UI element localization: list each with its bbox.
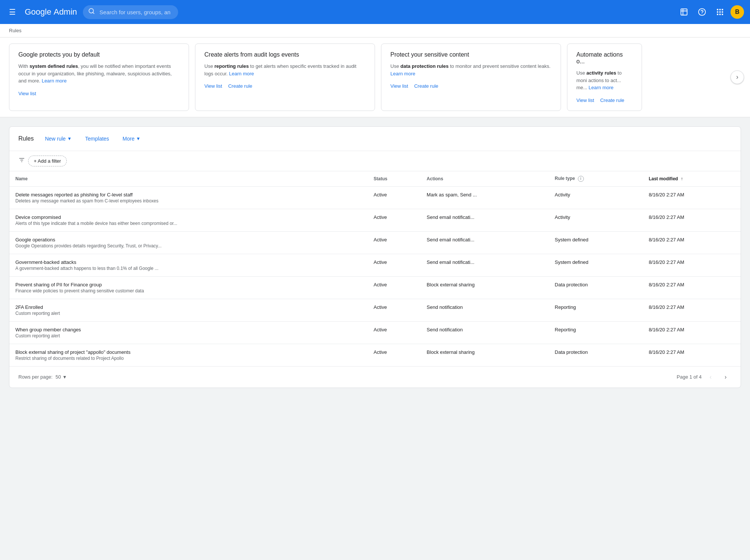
row-desc-1: Alerts of this type indicate that a mobi… <box>15 221 362 226</box>
rule-type-info-icon[interactable]: i <box>578 176 584 182</box>
info-card-body-system: With system defined rules, you will be n… <box>18 63 180 85</box>
row-desc-7: Restrict sharing of documents related to… <box>15 356 362 361</box>
apps-icon[interactable] <box>712 4 728 19</box>
create-rule-activity[interactable]: Create rule <box>600 97 624 103</box>
cell-name-2: Google operations Google Operations prov… <box>9 231 368 254</box>
table-footer: Rows per page: 50 ▼ Page 1 of 4 ‹ › <box>9 366 741 388</box>
table-row[interactable]: Block external sharing of project "appol… <box>9 344 741 366</box>
svg-rect-13 <box>722 14 723 15</box>
cell-modified-2: 8/16/20 2:27 AM <box>643 231 741 254</box>
svg-rect-11 <box>717 14 718 15</box>
rows-dropdown-icon: ▼ <box>63 374 67 380</box>
learn-more-activity[interactable]: Learn more <box>589 85 614 90</box>
cell-status-7: Active <box>368 344 421 366</box>
page-next-button[interactable]: › <box>720 371 732 383</box>
table-row[interactable]: 2FA Enrolled Custom reporting alert Acti… <box>9 299 741 321</box>
view-list-protection[interactable]: View list <box>390 83 408 89</box>
filter-row: + Add a filter <box>9 151 741 171</box>
search-input[interactable] <box>83 5 178 19</box>
row-desc-2: Google Operations provides details regar… <box>15 243 362 249</box>
row-name-0: Delete messages reported as phishing for… <box>15 192 362 198</box>
cell-ruletype-4: Data protection <box>549 276 643 299</box>
cell-status-3: Active <box>368 254 421 276</box>
menu-icon[interactable]: ☰ <box>6 4 19 19</box>
info-card-system: Google protects you by default With syst… <box>9 43 189 111</box>
rules-section-title: Rules <box>18 135 34 142</box>
learn-more-reporting[interactable]: Learn more <box>229 71 254 76</box>
row-name-7: Block external sharing of project "appol… <box>15 349 362 355</box>
info-card-reporting: Create alerts from audit logs events Use… <box>195 43 375 111</box>
row-desc-0: Deletes any message marked as spam from … <box>15 198 362 204</box>
cell-status-2: Active <box>368 231 421 254</box>
svg-rect-10 <box>722 11 723 13</box>
card-links-reporting: View list Create rule <box>204 83 366 89</box>
cell-modified-5: 8/16/20 2:27 AM <box>643 299 741 321</box>
cell-actions-5: Send notification <box>421 299 549 321</box>
row-name-2: Google operations <box>15 237 362 243</box>
rows-per-page-select[interactable]: 50 ▼ <box>56 374 67 380</box>
top-nav: ☰ Google Admin B <box>0 0 750 24</box>
nav-right: B <box>676 4 744 19</box>
view-list-system[interactable]: View list <box>18 91 36 96</box>
learn-more-protection[interactable]: Learn more <box>390 71 415 76</box>
create-rule-reporting[interactable]: Create rule <box>228 83 252 89</box>
create-rule-protection[interactable]: Create rule <box>414 83 438 89</box>
search-wrap <box>83 5 353 19</box>
table-row[interactable]: Delete messages reported as phishing for… <box>9 186 741 209</box>
view-list-reporting[interactable]: View list <box>204 83 222 89</box>
cell-status-6: Active <box>368 321 421 344</box>
table-row[interactable]: Government-backed attacks A government-b… <box>9 254 741 276</box>
info-card-protection: Protect your sensitive content Use data … <box>381 43 561 111</box>
info-card-body-reporting: Use reporting rules to get alerts when s… <box>204 63 366 77</box>
col-header-actions: Actions <box>421 171 549 187</box>
templates-button[interactable]: Templates <box>80 133 114 145</box>
col-header-last-modified[interactable]: Last modified ↑ <box>643 171 741 187</box>
cell-name-6: When group member changes Custom reporti… <box>9 321 368 344</box>
breadcrumb: Rules <box>0 24 750 37</box>
cell-actions-3: Send email notificati... <box>421 254 549 276</box>
new-rule-button[interactable]: New rule ▼ <box>40 133 77 145</box>
table-row[interactable]: Device compromised Alerts of this type i… <box>9 209 741 231</box>
table-row[interactable]: Google operations Google Operations prov… <box>9 231 741 254</box>
main-content: Rules New rule ▼ Templates More ▼ + Add … <box>0 117 750 397</box>
info-card-title-reporting: Create alerts from audit logs events <box>204 51 366 58</box>
cell-status-0: Active <box>368 186 421 209</box>
help-icon[interactable] <box>694 4 710 19</box>
row-desc-6: Custom reporting alert <box>15 333 362 338</box>
card-links-system: View list <box>18 91 180 96</box>
table-header: Name Status Actions Rule type i Last mod… <box>9 171 741 187</box>
cell-name-4: Prevent sharing of PII for Finance group… <box>9 276 368 299</box>
learn-more-system[interactable]: Learn more <box>42 78 66 84</box>
cell-modified-0: 8/16/20 2:27 AM <box>643 186 741 209</box>
info-card-body-activity: Use activity rules to moni actions to ac… <box>576 69 633 91</box>
cell-actions-6: Send notification <box>421 321 549 344</box>
more-button[interactable]: More ▼ <box>117 133 146 145</box>
row-name-5: 2FA Enrolled <box>15 304 362 310</box>
row-name-6: When group member changes <box>15 327 362 332</box>
rules-table: Name Status Actions Rule type i Last mod… <box>9 171 741 366</box>
cell-status-1: Active <box>368 209 421 231</box>
row-desc-3: A government-backed attach happens to le… <box>15 266 362 271</box>
rows-per-page: Rows per page: 50 ▼ <box>18 374 67 380</box>
add-filter-button[interactable]: + Add a filter <box>28 156 67 166</box>
timer-icon[interactable] <box>676 4 692 19</box>
filter-icon <box>18 157 25 165</box>
cards-next-button[interactable]: › <box>730 70 744 84</box>
avatar[interactable]: B <box>730 5 744 19</box>
info-card-title-activity: Automate actions o... <box>576 51 633 65</box>
cell-ruletype-2: System defined <box>549 231 643 254</box>
table-row[interactable]: When group member changes Custom reporti… <box>9 321 741 344</box>
view-list-activity[interactable]: View list <box>576 97 594 103</box>
cell-ruletype-3: System defined <box>549 254 643 276</box>
cell-modified-7: 8/16/20 2:27 AM <box>643 344 741 366</box>
svg-rect-5 <box>717 9 718 10</box>
svg-rect-7 <box>722 9 723 10</box>
cell-ruletype-7: Data protection <box>549 344 643 366</box>
cell-modified-4: 8/16/20 2:27 AM <box>643 276 741 299</box>
cell-actions-4: Block external sharing <box>421 276 549 299</box>
row-name-4: Prevent sharing of PII for Finance group <box>15 282 362 287</box>
table-row[interactable]: Prevent sharing of PII for Finance group… <box>9 276 741 299</box>
card-links-activity: View list Create rule <box>576 97 633 103</box>
page-prev-button[interactable]: ‹ <box>705 371 717 383</box>
cell-modified-1: 8/16/20 2:27 AM <box>643 209 741 231</box>
